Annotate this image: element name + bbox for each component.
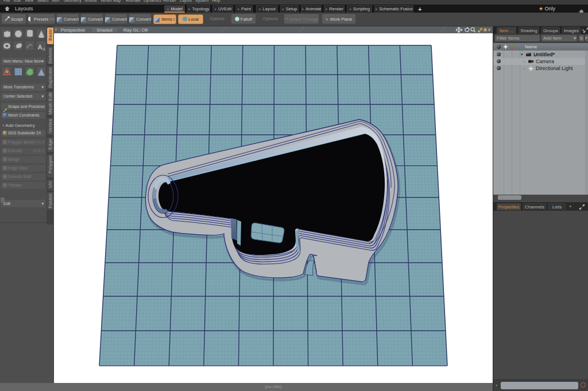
svg-text:A: A	[38, 44, 42, 51]
svg-text:&: &	[42, 47, 46, 52]
